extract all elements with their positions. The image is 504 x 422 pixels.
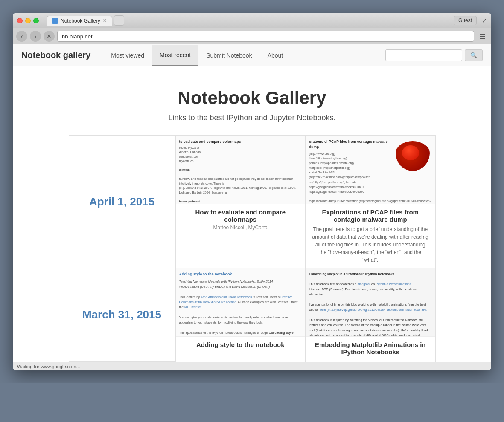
date-label-march: March 31, 2015 [74,300,170,330]
hero-section: Notebook Gallery Links to the best IPyth… [13,66,491,135]
status-bar: Waiting for www.google.com... [13,362,491,370]
notebook-animations-footer: Embedding Matplotlib Animations in IPyth… [306,336,435,361]
expand-icon[interactable]: ⤢ [482,17,487,24]
notebook-pcap[interactable]: orations of PCAP files from contagio mal… [305,136,435,268]
colormap-author: Matteo Niccoli, MyCarta [182,225,300,231]
style-title: Adding style to the notebook [182,341,300,348]
address-bar: ‹ › ✕ ☰ [13,28,491,44]
forward-button[interactable]: › [30,31,41,42]
address-input[interactable] [57,31,474,42]
nav-links: Most viewed Most recent Submit Notebook … [103,45,385,66]
hero-subtitle: Links to the best IPython and Jupyter No… [21,113,483,122]
colormap-preview-text: Nicoll, MyCarta Alberta, Canada wordpres… [179,146,302,204]
back-button[interactable]: ‹ [16,31,27,42]
colormap-title: How to evaluate and compare colormaps [182,208,300,223]
site-nav: Notebook gallery Most viewed Most recent… [13,44,491,66]
nav-submit[interactable]: Submit Notebook [198,46,259,65]
hero-title: Notebook Gallery [21,88,483,108]
animations-preview-text: Embedding Matplotlib Animations in IPyth… [309,272,432,336]
notebook-pcap-preview: orations of PCAP files from contagio mal… [306,136,435,204]
close-nav-button[interactable]: ✕ [44,31,55,42]
style-preview-heading: Adding style to the notebook [179,272,302,277]
notebook-colormap-footer: How to evaluate and compare colormaps Ma… [176,204,306,235]
site-logo[interactable]: Notebook gallery [21,50,90,60]
date-cell-april: April 1, 2015 [69,135,175,268]
date-cell-march: March 31, 2015 [69,268,175,362]
close-button[interactable] [17,18,23,23]
guest-label: Guest [454,16,477,25]
status-text: Waiting for www.google.com... [17,364,80,369]
search-button[interactable]: 🔍 [465,49,483,61]
active-tab[interactable]: Notebook Gallery ✕ [47,16,112,26]
maximize-button[interactable] [33,18,39,23]
notebook-animations-preview: Embedding Matplotlib Animations in IPyth… [306,268,435,336]
tab-bar: Notebook Gallery ✕ [47,15,451,26]
nav-about[interactable]: About [260,46,291,65]
tab-title: Notebook Gallery [61,18,100,24]
animations-title: Embedding Matplotlib Animations in IPyth… [312,341,429,356]
titlebar: Notebook Gallery ✕ Guest ⤢ [13,13,491,28]
page-content: Notebook gallery Most viewed Most recent… [13,44,491,362]
notebook-style-footer: Adding style to the notebook [176,336,306,354]
pcap-description: The goal here is to get a brief understa… [312,225,429,264]
nav-most-recent[interactable]: Most recent [152,45,198,66]
pcap-title: Explorations of PCAP files from contagio… [312,208,429,223]
nav-search: 🔍 [385,49,483,61]
notebook-animations[interactable]: Embedding Matplotlib Animations in IPyth… [305,268,435,362]
minimize-button[interactable] [25,18,31,23]
browser-window: Notebook Gallery ✕ Guest ⤢ ‹ › ✕ ☰ Noteb… [13,13,491,370]
date-label-april: April 1, 2015 [81,187,163,217]
date-row-march: March 31, 2015 Adding style to the noteb… [69,268,436,362]
notebook-pair-april: to evaluate and compare colormaps Nicoll… [175,135,436,268]
notebook-colormap[interactable]: to evaluate and compare colormaps Nicoll… [175,136,306,268]
notebook-colormap-preview: to evaluate and compare colormaps Nicoll… [176,136,306,204]
notebook-pcap-footer: Explorations of PCAP files from contagio… [306,204,435,268]
search-input[interactable] [385,49,462,61]
notebook-pair-march: Adding style to the notebook Teaching Nu… [175,268,436,362]
notebook-style-preview: Adding style to the notebook Teaching Nu… [176,268,306,336]
colormap-preview-heading: to evaluate and compare colormaps [179,139,302,145]
style-preview-text: Teaching Numerical Methods with IPython … [179,279,302,337]
date-row-april: April 1, 2015 to evaluate and compare co… [69,135,436,268]
tab-favicon [52,18,58,24]
tab-close-icon[interactable]: ✕ [103,18,107,23]
notebook-style[interactable]: Adding style to the notebook Teaching Nu… [175,268,306,362]
new-tab-button[interactable] [114,15,124,26]
nav-most-viewed[interactable]: Most viewed [103,46,152,65]
menu-icon[interactable]: ☰ [477,31,488,42]
